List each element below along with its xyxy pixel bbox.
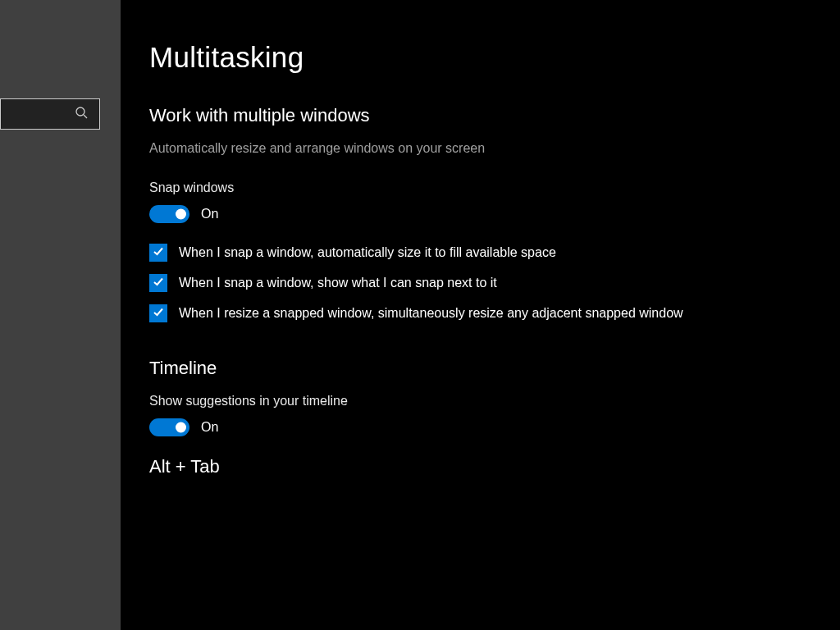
checkbox-row-autosize: When I snap a window, automatically size… bbox=[149, 243, 707, 262]
snap-windows-toggle-row: On bbox=[149, 205, 840, 223]
toggle-knob bbox=[176, 422, 186, 432]
timeline-suggestions-toggle-state: On bbox=[201, 420, 218, 435]
svg-point-0 bbox=[76, 107, 84, 116]
checkbox-autosize[interactable] bbox=[149, 244, 167, 262]
timeline-suggestions-toggle[interactable] bbox=[149, 418, 189, 436]
checkbox-resize[interactable] bbox=[149, 304, 167, 322]
timeline-suggestions-toggle-row: On bbox=[149, 418, 840, 436]
snap-windows-toggle-state: On bbox=[201, 207, 218, 221]
search-icon bbox=[75, 106, 88, 122]
page-title: Multitasking bbox=[149, 41, 840, 74]
section-desc-windows: Automatically resize and arrange windows… bbox=[149, 141, 840, 156]
checkbox-label-resize: When I resize a snapped window, simultan… bbox=[179, 304, 683, 322]
checkbox-shownext[interactable] bbox=[149, 274, 167, 292]
checkbox-row-resize: When I resize a snapped window, simultan… bbox=[149, 304, 707, 322]
snap-windows-label: Snap windows bbox=[149, 180, 840, 195]
section-windows: Work with multiple windows Automatically… bbox=[149, 105, 840, 323]
main-content: Multitasking Work with multiple windows … bbox=[121, 0, 840, 630]
svg-line-1 bbox=[84, 115, 87, 118]
checkbox-label-shownext: When I snap a window, show what I can sn… bbox=[179, 273, 497, 292]
check-icon bbox=[152, 275, 165, 291]
sidebar bbox=[0, 0, 121, 630]
section-alttab: Alt + Tab bbox=[149, 456, 840, 477]
timeline-suggestions-label: Show suggestions in your timeline bbox=[149, 394, 840, 409]
checkbox-label-autosize: When I snap a window, automatically size… bbox=[179, 243, 556, 262]
snap-windows-toggle[interactable] bbox=[149, 205, 189, 223]
toggle-knob bbox=[176, 209, 186, 220]
section-heading-alttab: Alt + Tab bbox=[149, 456, 840, 477]
check-icon bbox=[152, 305, 165, 322]
checkbox-row-shownext: When I snap a window, show what I can sn… bbox=[149, 273, 707, 292]
search-input[interactable] bbox=[0, 98, 100, 130]
check-icon bbox=[152, 244, 165, 261]
section-heading-windows: Work with multiple windows bbox=[149, 105, 840, 126]
section-heading-timeline: Timeline bbox=[149, 358, 840, 379]
section-timeline: Timeline Show suggestions in your timeli… bbox=[149, 358, 840, 436]
